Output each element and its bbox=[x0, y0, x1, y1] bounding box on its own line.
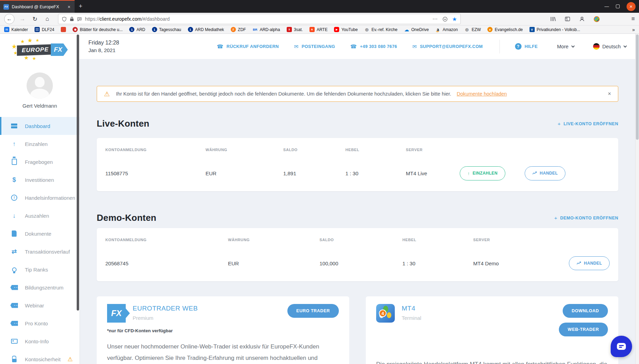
chevron-down-icon bbox=[623, 44, 627, 48]
balance: 1,891 bbox=[283, 170, 345, 176]
home-button[interactable]: ⌂ bbox=[43, 14, 52, 23]
reload-button[interactable]: ↻ bbox=[30, 14, 39, 23]
bookmark-zdf[interactable]: ZZDF bbox=[231, 27, 246, 32]
bookmark-icon-only[interactable] bbox=[61, 27, 66, 32]
deposit-button[interactable]: ↑EINZAHLEN bbox=[460, 166, 505, 180]
sidebar-item-pro-konto[interactable]: Pro Konto bbox=[0, 314, 79, 332]
sidebar-item-fragebogen[interactable]: Fragebogen bbox=[0, 153, 79, 171]
bookmark-privatkunden[interactable]: VPrivatkunden - Volksb... bbox=[530, 27, 580, 32]
banner-close-icon[interactable]: × bbox=[608, 91, 611, 97]
account-number: 11508775 bbox=[105, 170, 206, 176]
datetime: Friday 12:28 Jan 8, 2021 bbox=[88, 39, 119, 54]
eurotrader-card: FX EUROTRADER WEB Premium EURO TRADER *n… bbox=[97, 296, 349, 364]
url-bar[interactable]: https:// client.europefx.com /#/dashboar… bbox=[58, 14, 461, 24]
window-minimize-button[interactable]: — bbox=[604, 4, 609, 9]
account-icon[interactable] bbox=[579, 16, 585, 22]
page-scrollbar[interactable] bbox=[635, 34, 639, 364]
web-trader-button[interactable]: WEB-TRADER bbox=[559, 323, 608, 336]
sidebar-item-konto-info[interactable]: Konto-Info bbox=[0, 332, 79, 350]
bookmark-ard-alpha[interactable]: BRARD-alpha bbox=[252, 27, 280, 32]
support-email-link[interactable]: ✉SUPPORT@EUROPEFX.COM bbox=[412, 43, 483, 50]
shield-icon[interactable] bbox=[62, 17, 67, 22]
window-close-button[interactable]: × bbox=[627, 2, 636, 11]
bookmark-tagesschau[interactable]: 1Tagesschau bbox=[152, 27, 181, 32]
globe-icon: ⊕ bbox=[364, 27, 370, 32]
sidebar-item-bildungszentrum[interactable]: Bildungszentrum bbox=[0, 278, 79, 296]
bookmark-3sat[interactable]: 33sat. bbox=[287, 27, 303, 32]
chat-widget-button[interactable] bbox=[611, 336, 632, 357]
help-link[interactable]: ?HILFE bbox=[515, 43, 538, 50]
demo-accounts-table: KONTOANMELDUNG WÄHRUNG SALDO HEBEL SERVE… bbox=[97, 228, 618, 281]
bookmark-ev-ref-kirche[interactable]: ⊕Ev.-ref. Kirche bbox=[364, 27, 398, 32]
bookmark-ard-mediathek[interactable]: 1ARD Mediathek bbox=[188, 27, 224, 32]
sidebar-item-auszahlen[interactable]: ↓Auszahlen bbox=[0, 207, 79, 225]
live-account-row: 11508775 EUR 1,891 1 : 30 MT4 Live ↑EINZ… bbox=[97, 166, 618, 181]
sidebar-item-dokumente[interactable]: Dokumente bbox=[0, 225, 79, 243]
mt4-badge: 4 bbox=[379, 309, 387, 317]
phone-number-link[interactable]: ☎+49 303 080 7676 bbox=[350, 43, 397, 50]
bookmark-dlf24[interactable]: DLF24 bbox=[35, 27, 54, 32]
forward-button: → bbox=[18, 14, 27, 23]
plus-icon: + bbox=[557, 121, 561, 127]
bookmark-evangelisch[interactable]: eEvangelisch.de bbox=[487, 27, 523, 32]
youtube-icon: ▶ bbox=[334, 27, 339, 32]
sidebar-toggle-icon[interactable] bbox=[565, 16, 570, 22]
document-icon bbox=[12, 230, 17, 237]
sidebar-item-investitionen[interactable]: $Investitionen bbox=[0, 171, 79, 189]
page-scrollbar-thumb[interactable] bbox=[636, 35, 639, 140]
more-menu[interactable]: More bbox=[557, 44, 574, 49]
pocket-icon[interactable] bbox=[442, 17, 448, 22]
tab-close-icon[interactable]: × bbox=[66, 4, 72, 10]
menu-hamburger-icon[interactable]: ≡ bbox=[631, 16, 635, 22]
mt4-subtitle: Terminal bbox=[402, 315, 421, 321]
sidebar-item-handelsinformationen[interactable]: !Handelsinformationen bbox=[0, 189, 79, 207]
trade-button[interactable]: HANDEL bbox=[525, 166, 565, 180]
bookmark-youtube[interactable]: ▶YouTube bbox=[334, 27, 357, 32]
tab-favicon-icon: FX bbox=[3, 4, 9, 10]
sidebar-item-kontosicherheit[interactable]: Kontosicherheit⚠ bbox=[0, 350, 79, 364]
bookmark-arte[interactable]: AARTE bbox=[309, 27, 328, 32]
callback-link[interactable]: ☎RÜCKRUF ANFORDERN bbox=[217, 43, 279, 50]
bookmark-ard[interactable]: 1ARD bbox=[129, 27, 145, 32]
open-live-account-link[interactable]: +LIVE-KONTO ERÖFFNEN bbox=[557, 121, 618, 127]
sidebar-item-webinar[interactable]: Webinar bbox=[0, 296, 79, 314]
sidebar-item-einzahlen[interactable]: ↑Einzahlen bbox=[0, 135, 79, 153]
download-button[interactable]: DOWNLOAD bbox=[563, 304, 608, 318]
demo-section-title: Demo-Konten bbox=[97, 213, 156, 223]
main-area: Friday 12:28 Jan 8, 2021 ☎RÜCKRUF ANFORD… bbox=[79, 34, 639, 364]
bookmark-amazon[interactable]: aAmazon bbox=[435, 27, 458, 32]
dlf-icon bbox=[35, 27, 40, 32]
sidebar-item-transaktionsverlauf[interactable]: ⇄Transaktionsverlauf bbox=[0, 243, 79, 260]
bookmark-kalender[interactable]: 31Kalender bbox=[4, 27, 28, 32]
live-accounts-table: KONTOANMELDUNG WÄHRUNG SALDO HEBEL SERVE… bbox=[97, 138, 618, 191]
bookmark-onedrive[interactable]: ☁OneDrive bbox=[404, 27, 429, 32]
bookmarks-bar: 31Kalender DLF24 Blätter für deutsche u.… bbox=[0, 26, 639, 34]
open-demo-account-link[interactable]: +DEMO-KONTO ERÖFFNEN bbox=[554, 215, 618, 221]
lock-icon[interactable] bbox=[70, 17, 74, 21]
browser-tab[interactable]: FX Dashboard @ EuropeFX × bbox=[0, 0, 75, 13]
inbox-link[interactable]: ✉POSTEINGANG bbox=[294, 43, 335, 50]
permissions-bubble-icon[interactable] bbox=[77, 17, 82, 22]
language-menu[interactable]: Deutsch bbox=[593, 43, 626, 50]
sidebar-item-tip-ranks[interactable]: Tip Ranks bbox=[0, 260, 79, 278]
avatar bbox=[27, 72, 53, 99]
leverage: 1 : 30 bbox=[345, 170, 406, 176]
bookmarks-overflow-icon[interactable]: » bbox=[632, 27, 635, 32]
bookmark-star-icon[interactable]: ★ bbox=[452, 16, 457, 22]
bookmark-ezw[interactable]: ⊕EZW bbox=[464, 27, 481, 32]
trade-button[interactable]: HANDEL bbox=[569, 256, 610, 270]
upload-documents-link[interactable]: Dokumente hochladen bbox=[457, 91, 507, 97]
bookmark-blaetter[interactable]: Blätter für deutsche u... bbox=[73, 27, 123, 32]
chevron-down-icon bbox=[571, 44, 575, 48]
trend-chart-icon bbox=[576, 262, 581, 265]
new-tab-button[interactable]: + bbox=[75, 0, 87, 13]
back-button[interactable]: ← bbox=[4, 14, 15, 24]
window-restore-button[interactable] bbox=[616, 4, 620, 8]
page-actions-icon[interactable]: ⋯ bbox=[432, 16, 438, 22]
url-text[interactable]: https:// client.europefx.com /#/dashboar… bbox=[85, 16, 429, 22]
sidebar-item-dashboard[interactable]: Dashboard bbox=[0, 117, 79, 135]
library-icon[interactable] bbox=[550, 16, 556, 22]
sidebar-scrollbar-thumb[interactable] bbox=[77, 35, 79, 311]
extension-globe-icon[interactable] bbox=[594, 16, 600, 22]
euro-trader-button[interactable]: EURO TRADER bbox=[287, 304, 339, 318]
